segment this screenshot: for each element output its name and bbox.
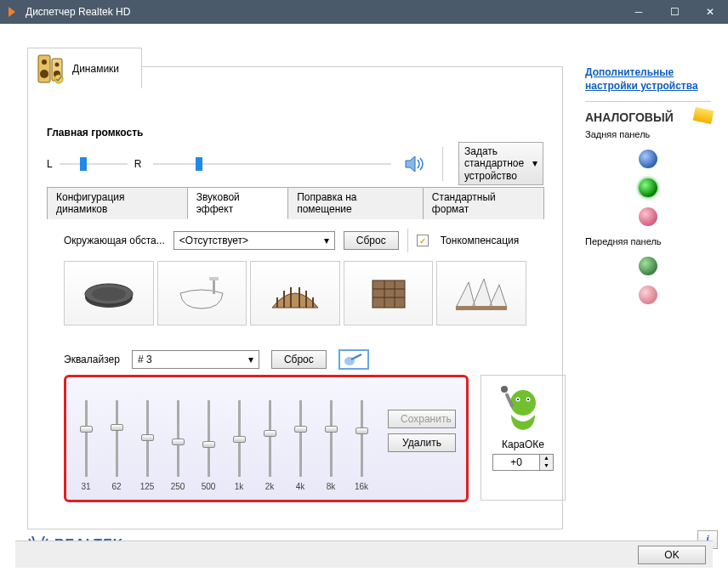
spinner-up[interactable]: ▲ (540, 455, 553, 462)
eq-band-label: 125 (140, 482, 155, 491)
title-bar: Диспетчер Realtek HD ─ ☐ ✕ (0, 0, 728, 24)
eq-band-4k[interactable]: 4k (291, 400, 310, 491)
environment-label: Окружающая обста... (64, 235, 165, 246)
preset-opera[interactable] (436, 261, 526, 325)
eq-band-62[interactable]: 62 (107, 400, 126, 491)
eq-band-label: 500 (202, 482, 216, 491)
environment-reset-button[interactable]: Сброс (344, 231, 399, 250)
eq-band-label: 2k (265, 482, 275, 491)
svg-point-25 (527, 399, 529, 400)
ok-button[interactable]: OK (638, 546, 706, 564)
eq-band-250[interactable]: 250 (168, 400, 187, 491)
karaoke-icon (496, 381, 550, 435)
preset-stone[interactable] (344, 261, 434, 325)
equalizer-reset-button[interactable]: Сброс (271, 350, 327, 369)
jack-rear-blue[interactable] (639, 150, 657, 168)
svg-rect-12 (209, 277, 219, 280)
equalizer-label: Эквалайзер (64, 354, 120, 365)
preset-bathroom[interactable] (157, 261, 247, 325)
tone-checkbox[interactable]: ✓ (417, 235, 429, 246)
equalizer-delete-button[interactable]: Удалить (388, 433, 456, 452)
eq-band-label: 250 (171, 482, 185, 491)
tab-default-format[interactable]: Стандартный формат (423, 187, 544, 219)
spinner-down[interactable]: ▼ (540, 462, 553, 470)
eq-band-2k[interactable]: 2k (260, 400, 279, 491)
analog-title: АНАЛОГОВЫЙ (585, 110, 711, 124)
svg-point-2 (42, 59, 47, 65)
svg-rect-18 (456, 306, 507, 310)
eq-band-label: 62 (111, 482, 121, 491)
advanced-settings-link[interactable]: Дополнительные настройки устройства (585, 66, 711, 93)
main-panel: Главная громкость L R Задать стандартное… (27, 66, 563, 529)
svg-marker-0 (9, 7, 15, 17)
volume-title: Главная громкость (47, 127, 543, 139)
tab-room-correction[interactable]: Поправка на помещение (287, 187, 424, 219)
tab-sound-effect[interactable]: Звуковой эффект (187, 187, 288, 219)
set-default-device-button[interactable]: Задать стандартное устройство▾ (458, 142, 543, 185)
svg-point-24 (517, 399, 519, 400)
preset-sewer[interactable] (64, 261, 154, 325)
speakers-icon (33, 54, 67, 84)
svg-rect-1 (38, 55, 50, 82)
balance-slider[interactable] (60, 156, 128, 173)
eq-band-500[interactable]: 500 (199, 400, 218, 491)
preset-arena[interactable] (250, 261, 340, 325)
svg-point-10 (92, 287, 126, 301)
equalizer-panel: 31621252505001k2k4k8k16k Сохранить Удали… (64, 375, 469, 502)
svg-point-21 (510, 390, 536, 416)
front-panel-label: Передняя панель (585, 236, 711, 246)
balance-right-label: R (134, 158, 142, 170)
close-button[interactable]: ✕ (692, 0, 728, 24)
eq-band-label: 1k (235, 482, 244, 491)
eq-band-8k[interactable]: 8k (321, 400, 340, 491)
eq-band-label: 16k (355, 482, 368, 491)
karaoke-pitch-spinner[interactable]: +0 ▲▼ (492, 454, 554, 471)
balance-left-label: L (47, 158, 53, 170)
svg-rect-13 (373, 280, 405, 308)
karaoke-panel: КараОКе +0 ▲▼ (481, 375, 566, 501)
karaoke-label: КараОКе (502, 439, 544, 450)
svg-rect-11 (213, 279, 215, 294)
tone-label: Тонкомпенсация (441, 235, 520, 246)
volume-slider[interactable] (153, 156, 391, 173)
eq-band-label: 4k (296, 482, 305, 491)
tab-speakers-label: Динамики (72, 63, 119, 75)
environment-select[interactable]: <Отсутствует>▾ (173, 231, 335, 250)
effect-tabs: Конфигурация динамиков Звуковой эффект П… (47, 186, 543, 219)
eq-band-125[interactable]: 125 (138, 400, 156, 491)
equalizer-preset-select[interactable]: # 3▾ (132, 350, 259, 369)
eq-band-1k[interactable]: 1k (230, 400, 248, 491)
minimize-button[interactable]: ─ (621, 0, 657, 24)
jack-rear-pink[interactable] (639, 207, 657, 226)
window-title: Диспетчер Realtek HD (26, 6, 130, 18)
equalizer-save-button[interactable]: Сохранить (388, 410, 456, 428)
svg-point-3 (40, 70, 48, 78)
jack-front-pink[interactable] (639, 286, 657, 304)
svg-line-20 (351, 354, 361, 359)
eq-band-label: 31 (81, 482, 90, 491)
tab-speaker-config[interactable]: Конфигурация динамиков (47, 187, 188, 219)
environment-presets (64, 261, 526, 325)
sidebar: Дополнительные настройки устройства АНАЛ… (585, 66, 711, 314)
app-icon (7, 5, 20, 19)
eq-band-31[interactable]: 31 (77, 400, 95, 491)
equalizer-toggle-button[interactable] (338, 349, 369, 370)
svg-point-5 (55, 62, 60, 66)
rear-panel-label: Задняя панель (585, 129, 711, 139)
jack-rear-green[interactable] (639, 178, 657, 197)
speaker-icon[interactable] (403, 154, 427, 174)
bottom-bar: OK (15, 541, 713, 568)
svg-point-27 (501, 386, 508, 393)
eq-band-16k[interactable]: 16k (352, 400, 371, 491)
tab-speakers[interactable]: Динамики (27, 48, 142, 88)
maximize-button[interactable]: ☐ (657, 0, 692, 24)
eq-band-label: 8k (327, 482, 336, 491)
jack-front-green[interactable] (639, 257, 657, 275)
guitar-icon (343, 353, 365, 366)
